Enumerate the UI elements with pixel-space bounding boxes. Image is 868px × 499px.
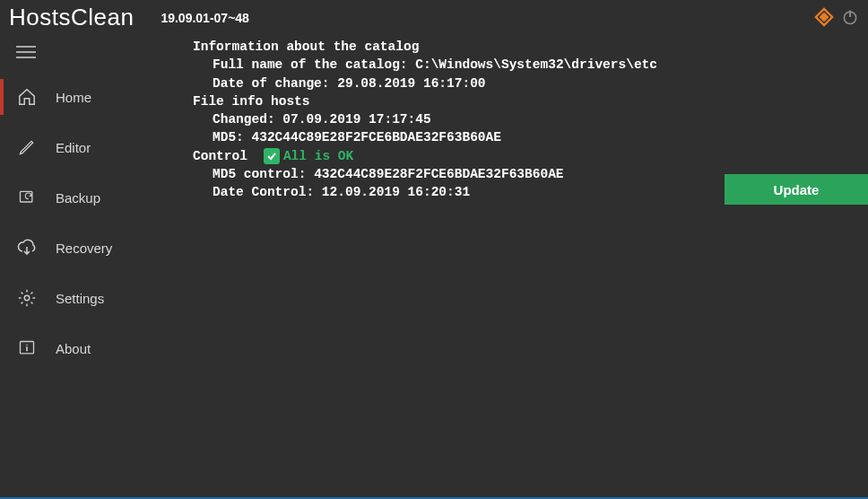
backup-icon [16, 187, 38, 208]
sidebar: Home Editor Backup Recovery Settings [0, 34, 179, 499]
cloud-down-icon [16, 237, 38, 258]
info-icon [16, 337, 38, 359]
status-text: All is OK [283, 147, 353, 165]
catalog-fullname-line: Full name of the catalog: C:\Windows\Sys… [193, 56, 859, 74]
md5-line: MD5: 432C44C89E28F2FCE6BDAE32F63B60AE [193, 128, 859, 146]
changed-line: Changed: 07.09.2019 17:17:45 [193, 110, 859, 128]
control-row: Control All is OK [193, 147, 859, 165]
sidebar-item-settings[interactable]: Settings [0, 273, 179, 323]
sidebar-item-recovery[interactable]: Recovery [0, 223, 179, 273]
home-icon [16, 86, 38, 108]
gear-icon [16, 287, 38, 309]
control-heading: Control [193, 147, 247, 165]
logo-icon[interactable] [814, 7, 834, 27]
update-button[interactable]: Update [725, 174, 868, 205]
sidebar-item-label: Home [56, 90, 91, 105]
sidebar-item-backup[interactable]: Backup [0, 172, 179, 223]
sidebar-item-label: Backup [56, 190, 100, 206]
sidebar-item-label: Settings [56, 291, 104, 306]
header-icons [814, 7, 859, 27]
sidebar-item-editor[interactable]: Editor [0, 122, 179, 172]
sidebar-item-label: Recovery [56, 241, 112, 256]
hamburger-icon[interactable] [0, 38, 179, 72]
svg-point-6 [24, 295, 30, 301]
app-version: 19.09.01-07~48 [161, 11, 248, 25]
sidebar-item-label: About [56, 341, 91, 356]
catalog-date-line: Date of change: 29.08.2019 16:17:00 [193, 74, 859, 92]
sidebar-item-label: Editor [56, 140, 91, 155]
power-icon[interactable] [841, 8, 859, 26]
sidebar-item-home[interactable]: Home [0, 72, 179, 122]
main-content: Information about the catalog Full name … [179, 34, 868, 499]
check-icon [264, 148, 280, 164]
pencil-icon [16, 136, 38, 158]
sidebar-item-about[interactable]: About [0, 323, 179, 373]
header: HostsClean 19.09.01-07~48 [0, 0, 868, 34]
app-title: HostsClean [9, 4, 134, 31]
file-heading: File info hosts [193, 92, 859, 110]
catalog-heading: Information about the catalog [193, 38, 859, 56]
